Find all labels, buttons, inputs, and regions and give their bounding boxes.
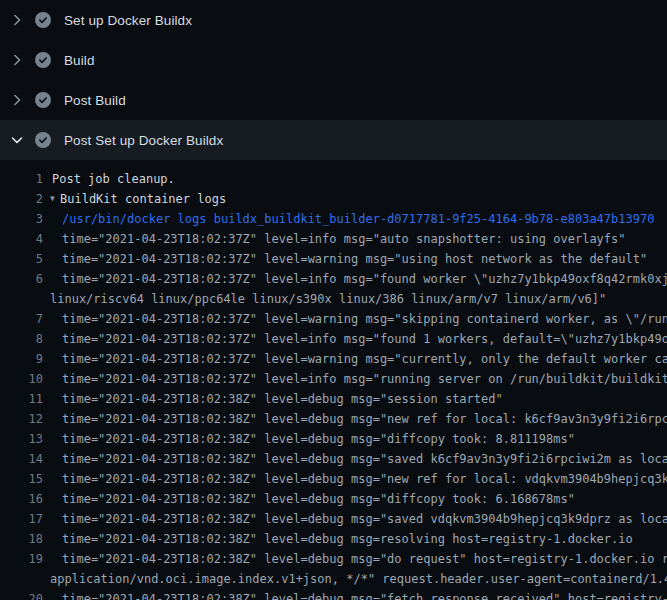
log-line: application/vnd.oci.image.index.v1+json,… [0, 569, 667, 589]
log-line-number[interactable]: 5 [0, 249, 45, 269]
log-line-text: time="2021-04-23T18:02:38Z" level=debug … [62, 509, 667, 529]
log-line-text: time="2021-04-23T18:02:38Z" level=debug … [62, 529, 633, 549]
log-line: 11 time="2021-04-23T18:02:38Z" level=deb… [0, 389, 667, 409]
log-line-text: time="2021-04-23T18:02:37Z" level=warnin… [62, 249, 647, 269]
log-line: 17 time="2021-04-23T18:02:38Z" level=deb… [0, 509, 667, 529]
log-line-number[interactable]: 2 [0, 189, 45, 209]
chevron-down-icon [9, 132, 25, 148]
log-line: 9 time="2021-04-23T18:02:37Z" level=warn… [0, 349, 667, 369]
log-line-text: time="2021-04-23T18:02:38Z" level=debug … [62, 409, 667, 429]
log-line-text: time="2021-04-23T18:02:38Z" level=debug … [62, 429, 575, 449]
step-row[interactable]: Build [0, 40, 667, 80]
log-line-text: time="2021-04-23T18:02:38Z" level=debug … [62, 589, 667, 600]
step-label: Post Set up Docker Buildx [64, 133, 223, 148]
log-line-text: time="2021-04-23T18:02:37Z" level=info m… [62, 229, 626, 249]
log-line: 20 time="2021-04-23T18:02:38Z" level=deb… [0, 589, 667, 600]
log-line-number[interactable]: 1 [0, 169, 45, 189]
log-line-text: time="2021-04-23T18:02:38Z" level=debug … [62, 489, 575, 509]
step-row[interactable]: Post Build [0, 80, 667, 120]
log-line-number[interactable]: 19 [0, 549, 45, 569]
log-line-number[interactable]: 6 [0, 269, 45, 289]
log-line-text: time="2021-04-23T18:02:38Z" level=debug … [62, 389, 503, 409]
log-line-number[interactable]: 8 [0, 329, 45, 349]
step-row[interactable]: Set up Docker Buildx [0, 0, 667, 40]
log-line-text: time="2021-04-23T18:02:37Z" level=info m… [62, 329, 667, 349]
log-line: linux/riscv64 linux/ppc64le linux/s390x … [0, 289, 667, 309]
step-label: Build [64, 53, 95, 68]
log-line: 7 time="2021-04-23T18:02:37Z" level=warn… [0, 309, 667, 329]
check-circle-icon [35, 12, 51, 28]
log-line-text: application/vnd.oci.image.index.v1+json,… [50, 569, 667, 589]
check-circle-icon [35, 52, 51, 68]
check-circle-icon [35, 132, 51, 148]
log-line-number[interactable]: 17 [0, 509, 45, 529]
log-line-number[interactable]: 4 [0, 229, 45, 249]
steps-list: Set up Docker Buildx Build Post Build [0, 0, 667, 160]
log-line-number[interactable]: 20 [0, 589, 45, 600]
log-line-text: linux/riscv64 linux/ppc64le linux/s390x … [50, 289, 606, 309]
log-line-number[interactable]: 9 [0, 349, 45, 369]
log-line-number[interactable]: 13 [0, 429, 45, 449]
log-line: 1 Post job cleanup. [0, 169, 667, 189]
log-line: 16 time="2021-04-23T18:02:38Z" level=deb… [0, 489, 667, 509]
log-line-number[interactable]: 3 [0, 209, 45, 229]
log-line-number[interactable]: 15 [0, 469, 45, 489]
step-label: Set up Docker Buildx [64, 13, 192, 28]
log-line-text: time="2021-04-23T18:02:38Z" level=debug … [62, 469, 667, 489]
step-label: Post Build [64, 93, 126, 108]
log-line: 12 time="2021-04-23T18:02:38Z" level=deb… [0, 409, 667, 429]
log-line: 10 time="2021-04-23T18:02:37Z" level=inf… [0, 369, 667, 389]
log-line: 3 /usr/bin/docker logs buildx_buildkit_b… [0, 209, 667, 229]
log-line-number[interactable]: 10 [0, 369, 45, 389]
log-line: 19 time="2021-04-23T18:02:38Z" level=deb… [0, 549, 667, 569]
log-line-number[interactable]: 16 [0, 489, 45, 509]
log-line: 5 time="2021-04-23T18:02:37Z" level=warn… [0, 249, 667, 269]
log-line-text: time="2021-04-23T18:02:38Z" level=debug … [62, 549, 667, 569]
log-group-toggle-icon[interactable]: ▼ [50, 189, 60, 209]
log-line: 6 time="2021-04-23T18:02:37Z" level=info… [0, 269, 667, 289]
chevron-right-icon [9, 52, 25, 68]
log-line: 13 time="2021-04-23T18:02:38Z" level=deb… [0, 429, 667, 449]
log-line-number[interactable]: 18 [0, 529, 45, 549]
log-line-text: time="2021-04-23T18:02:37Z" level=info m… [62, 369, 667, 389]
log-line: 8 time="2021-04-23T18:02:37Z" level=info… [0, 329, 667, 349]
log-viewer: 1 Post job cleanup. 2 ▼ BuildKit contain… [0, 160, 667, 600]
log-line: 15 time="2021-04-23T18:02:38Z" level=deb… [0, 469, 667, 489]
log-line-number[interactable]: 7 [0, 309, 45, 329]
log-line: 4 time="2021-04-23T18:02:37Z" level=info… [0, 229, 667, 249]
log-line-number[interactable]: 12 [0, 409, 45, 429]
check-circle-icon [35, 92, 51, 108]
log-line-text: BuildKit container logs [60, 189, 226, 209]
log-line-number[interactable]: 14 [0, 449, 45, 469]
log-line-text: time="2021-04-23T18:02:37Z" level=warnin… [62, 309, 667, 329]
log-line: 14 time="2021-04-23T18:02:38Z" level=deb… [0, 449, 667, 469]
log-line-text: /usr/bin/docker logs buildx_buildkit_bui… [62, 209, 654, 229]
log-line-text: time="2021-04-23T18:02:37Z" level=warnin… [62, 349, 667, 369]
log-line-text: time="2021-04-23T18:02:37Z" level=info m… [62, 269, 667, 289]
step-row[interactable]: Post Set up Docker Buildx [0, 120, 667, 160]
chevron-right-icon [9, 12, 25, 28]
log-line-number[interactable]: 11 [0, 389, 45, 409]
log-line: 2 ▼ BuildKit container logs [0, 189, 667, 209]
chevron-right-icon [9, 92, 25, 108]
log-line: 18 time="2021-04-23T18:02:38Z" level=deb… [0, 529, 667, 549]
log-line-text: Post job cleanup. [52, 169, 175, 189]
log-line-text: time="2021-04-23T18:02:38Z" level=debug … [62, 449, 667, 469]
